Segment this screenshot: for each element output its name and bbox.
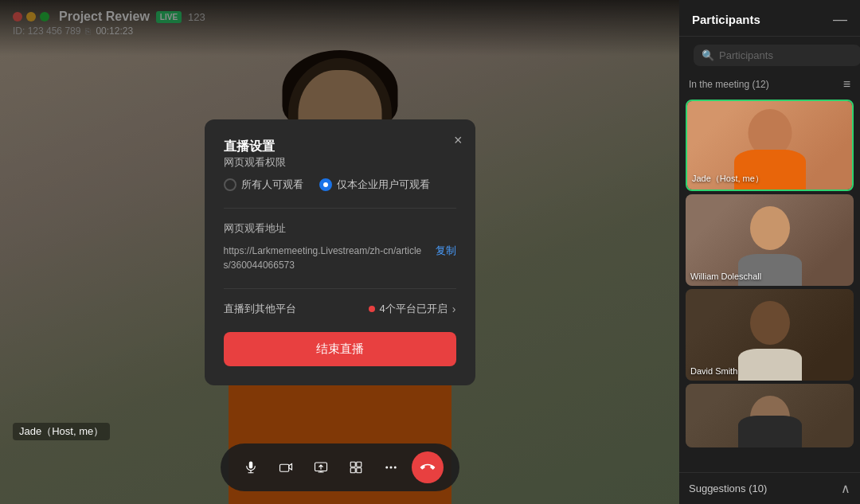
radio-all-label: 所有人可观看 [241,178,303,192]
participant-grid: Jade（Host, me） William Doleschall David … [679,96,860,472]
svg-rect-7 [350,468,355,473]
panel-minimize-button[interactable]: — [833,11,847,28]
william-shirt [738,254,802,286]
panel-header: Participants — [679,0,860,37]
participant-jade[interactable]: Jade（Host, me） [686,100,854,191]
jade-name: Jade（Host, me） [692,173,764,185]
radio-all-circle [224,178,236,191]
platform-section: 直播到其他平台 4个平台已开启 › [224,302,456,316]
in-meeting-section: In the meeting (12) ≡ [679,74,860,96]
participant-william[interactable]: William Doleschall [686,194,854,286]
suggestions-chevron-icon[interactable]: ∧ [841,481,850,496]
participant-4[interactable] [686,384,854,447]
svg-rect-5 [350,462,355,467]
search-icon: 🔍 [702,49,714,61]
end-call-button[interactable] [412,451,444,483]
svg-point-9 [385,467,388,469]
svg-rect-6 [356,462,361,467]
search-bar: 🔍 [694,45,860,66]
web-permission-section: 网页观看权限 所有人可观看 仅本企业用户可观看 [224,155,456,192]
modal-title: 直播设置 [224,139,275,153]
screen-share-button[interactable] [307,453,335,482]
svg-rect-8 [356,468,361,473]
url-section: 网页观看地址 https://Larkmemeeting.Livestream/… [224,221,456,272]
livestream-url: https://Larkmemeeting.Livestream/zh-cn/a… [224,244,429,272]
radio-enterprise-circle [319,178,332,191]
p4-face [686,384,854,447]
control-bar [221,443,459,491]
platform-dot-icon [369,306,375,312]
radio-enterprise[interactable]: 仅本企业用户可观看 [319,178,430,192]
livestream-settings-modal: 直播设置 × 网页观看权限 所有人可观看 仅本企业用户可观看 [205,119,475,385]
suggestions-bar[interactable]: Suggestions (10) ∧ [679,472,860,504]
list-view-icon[interactable]: ≡ [843,77,850,92]
layout-button[interactable] [342,453,370,482]
more-button[interactable] [377,453,405,482]
participants-panel: Participants — 🔍 ⬆ In the meeting (12) ≡… [679,0,860,504]
mic-button[interactable] [236,453,265,482]
suggestions-label: Suggestions (10) [689,483,767,494]
participant-search-input[interactable] [719,49,853,61]
in-meeting-label: In the meeting (12) [689,79,769,90]
p4-shirt [738,416,802,447]
main-video-area: Project Review LIVE 123 ID: 123 456 789 … [0,0,679,504]
platform-chevron-icon: › [452,303,456,315]
william-name: William Doleschall [690,272,761,281]
url-section-label: 网页观看地址 [224,221,456,236]
panel-title: Participants [692,13,760,26]
radio-all[interactable]: 所有人可观看 [224,178,303,192]
svg-rect-0 [248,462,252,469]
platform-row[interactable]: 直播到其他平台 4个平台已开启 › [224,302,456,316]
david-shirt [738,349,802,381]
david-name: David Smith [690,366,737,376]
divider-1 [224,208,456,209]
radio-enterprise-label: 仅本企业用户可观看 [337,178,430,192]
participant-david[interactable]: David Smith [686,289,854,381]
divider-2 [224,288,456,289]
web-permission-label: 网页观看权限 [224,155,456,170]
platform-status: 4个平台已开启 › [369,302,456,316]
svg-rect-3 [280,464,288,471]
copy-url-button[interactable]: 复制 [436,244,456,258]
platform-status-text: 4个平台已开启 [380,302,448,316]
svg-point-10 [389,467,392,469]
platform-label: 直播到其他平台 [224,302,296,316]
modal-close-button[interactable]: × [454,132,463,149]
svg-point-11 [393,467,396,469]
bottom-name-label: Jade（Host, me） [13,423,110,440]
url-row: https://Larkmemeeting.Livestream/zh-cn/a… [224,244,456,272]
radio-group: 所有人可观看 仅本企业用户可观看 [224,178,456,192]
end-live-button[interactable]: 结束直播 [224,332,456,366]
camera-button[interactable] [272,453,300,482]
